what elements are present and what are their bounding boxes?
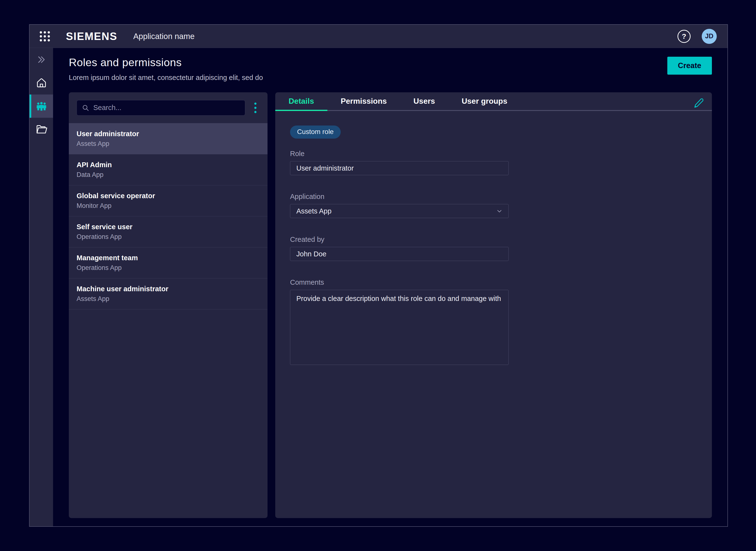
- role-list-item[interactable]: API Admin Data App: [69, 154, 267, 185]
- users-icon: [35, 100, 48, 112]
- grid-icon: [38, 30, 52, 43]
- tab-bar: Details Permissions Users User groups: [275, 92, 712, 111]
- role-list-item[interactable]: Machine user administrator Assets App: [69, 279, 267, 310]
- list-options-button[interactable]: [248, 100, 262, 116]
- role-item-name: API Admin: [77, 161, 260, 169]
- app-window: SIEMENS Application name ? JD: [29, 24, 728, 527]
- created-by-field-label: Created by: [290, 235, 509, 243]
- comments-field-label: Comments: [290, 279, 509, 287]
- avatar[interactable]: JD: [702, 29, 717, 44]
- role-item-name: Global service operator: [77, 192, 260, 200]
- window-body: Roles and permissions Lorem ipsum dolor …: [30, 48, 727, 526]
- role-item-name: Self service user: [77, 223, 260, 231]
- role-input[interactable]: [290, 161, 509, 175]
- role-item-app: Assets App: [77, 295, 260, 303]
- create-button[interactable]: Create: [667, 57, 712, 75]
- main-content: Roles and permissions Lorem ipsum dolor …: [53, 48, 727, 526]
- sidebar-item-home[interactable]: [30, 71, 53, 94]
- role-item-app: Operations App: [77, 264, 260, 271]
- top-header: SIEMENS Application name ? JD: [30, 25, 727, 48]
- folder-open-icon: [35, 123, 47, 135]
- search-box: [77, 100, 245, 116]
- role-item-app: Assets App: [77, 140, 260, 147]
- comments-field-group: Comments Provide a clear description wha…: [290, 279, 509, 366]
- question-mark-icon: ?: [682, 32, 686, 40]
- chevron-down-icon: [495, 207, 504, 215]
- application-select-value: Assets App: [296, 207, 331, 215]
- role-list-item[interactable]: User administrator Assets App: [69, 123, 267, 154]
- home-icon: [35, 77, 47, 89]
- search-input[interactable]: [93, 104, 240, 112]
- pencil-icon: [693, 97, 705, 109]
- kebab-menu-icon: [254, 101, 257, 114]
- role-item-name: User administrator: [77, 130, 260, 138]
- role-list-item[interactable]: Self service user Operations App: [69, 216, 267, 247]
- left-rail: [30, 48, 53, 526]
- role-item-app: Operations App: [77, 233, 260, 240]
- details-form: Custom role Role Application Assets App: [275, 111, 712, 381]
- roles-list-panel: User administrator Assets App API Admin …: [69, 92, 267, 518]
- application-field-group: Application Assets App: [290, 193, 509, 218]
- tab-details[interactable]: Details: [275, 92, 327, 110]
- page-head-text: Roles and permissions Lorem ipsum dolor …: [69, 56, 263, 82]
- tab-users[interactable]: Users: [400, 92, 448, 110]
- double-chevron-right-icon: [36, 54, 47, 65]
- application-name: Application name: [133, 32, 194, 41]
- search-row: [69, 92, 267, 123]
- search-icon: [82, 104, 89, 112]
- role-list-item[interactable]: Global service operator Monitor App: [69, 185, 267, 216]
- role-item-app: Data App: [77, 171, 260, 178]
- comments-textarea[interactable]: Provide a clear description what this ro…: [290, 290, 509, 365]
- sidebar-item-roles[interactable]: [30, 94, 53, 118]
- application-select[interactable]: Assets App: [290, 204, 509, 218]
- role-item-name: Management team: [77, 254, 260, 262]
- page-subtitle: Lorem ipsum dolor sit amet, consectetur …: [69, 74, 263, 82]
- avatar-initials: JD: [705, 32, 714, 40]
- role-field-label: Role: [290, 150, 509, 158]
- role-list: User administrator Assets App API Admin …: [69, 123, 267, 518]
- role-list-item[interactable]: Management team Operations App: [69, 247, 267, 279]
- page-head: Roles and permissions Lorem ipsum dolor …: [69, 56, 712, 82]
- tab-permissions[interactable]: Permissions: [327, 92, 400, 110]
- role-item-name: Machine user administrator: [77, 285, 260, 293]
- tab-user-groups[interactable]: User groups: [448, 92, 521, 110]
- help-button[interactable]: ?: [678, 30, 691, 43]
- sidebar-item-projects[interactable]: [30, 118, 53, 141]
- created-by-input[interactable]: [290, 247, 509, 261]
- application-field-label: Application: [290, 193, 509, 201]
- created-by-field-group: Created by: [290, 235, 509, 261]
- siemens-logo: SIEMENS: [66, 30, 117, 42]
- custom-role-badge: Custom role: [290, 125, 341, 139]
- role-details-panel: Details Permissions Users User groups: [275, 92, 712, 518]
- rail-expand-button[interactable]: [30, 48, 53, 71]
- page-title: Roles and permissions: [69, 56, 263, 69]
- panels-row: User administrator Assets App API Admin …: [69, 92, 712, 518]
- role-item-app: Monitor App: [77, 202, 260, 209]
- role-field-group: Role: [290, 150, 509, 175]
- edit-role-button[interactable]: [692, 96, 706, 110]
- screen: SIEMENS Application name ? JD: [0, 0, 756, 551]
- app-switcher-button[interactable]: [38, 29, 52, 43]
